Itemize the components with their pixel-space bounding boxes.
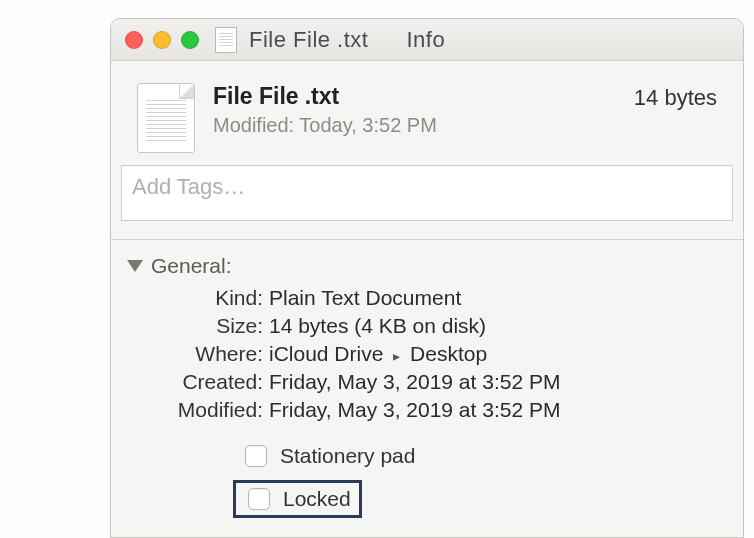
size-value: 14 bytes (4 KB on disk) xyxy=(269,314,717,338)
kind-label: Kind: xyxy=(117,286,263,310)
where-value: iCloud Drive ▸ Desktop xyxy=(269,342,717,366)
info-window: File File .txt Info File File .txt Modif… xyxy=(110,18,744,538)
stationery-label: Stationery pad xyxy=(280,444,415,468)
where-label: Where: xyxy=(117,342,263,366)
file-size: 14 bytes xyxy=(634,83,717,111)
document-icon xyxy=(137,83,195,153)
zoom-icon[interactable] xyxy=(181,31,199,49)
tags-input[interactable] xyxy=(121,165,733,221)
close-icon[interactable] xyxy=(125,31,143,49)
titlebar: File File .txt Info xyxy=(111,19,743,61)
title-filename: File File .txt xyxy=(249,27,368,53)
checkbox-group: Stationery pad Locked xyxy=(111,434,743,534)
section-general[interactable]: General: xyxy=(111,248,743,284)
stationery-row[interactable]: Stationery pad xyxy=(233,438,423,474)
filename-base: File File xyxy=(213,83,299,110)
created-label: Created: xyxy=(117,370,263,394)
file-summary: File File .txt Modified: Today, 3:52 PM … xyxy=(111,61,743,165)
modified-label: Modified: xyxy=(213,114,294,136)
kind-value: Plain Text Document xyxy=(269,286,717,310)
minimize-icon[interactable] xyxy=(153,31,171,49)
modified-value: Today, 3:52 PM xyxy=(299,114,436,136)
general-details: Kind: Plain Text Document Size: 14 bytes… xyxy=(111,284,743,434)
modified-label-2: Modified: xyxy=(117,398,263,422)
window-title: File File .txt Info xyxy=(249,27,445,53)
modified-value-2: Friday, May 3, 2019 at 3:52 PM xyxy=(269,398,717,422)
filename: File File .txt xyxy=(213,83,634,110)
file-icon xyxy=(215,27,237,53)
divider xyxy=(111,239,743,240)
locked-row[interactable]: Locked xyxy=(233,480,362,518)
created-value: Friday, May 3, 2019 at 3:52 PM xyxy=(269,370,717,394)
path-separator-icon: ▸ xyxy=(389,348,404,364)
where-part-2: Desktop xyxy=(410,342,487,365)
where-part-1: iCloud Drive xyxy=(269,342,383,365)
size-label: Size: xyxy=(117,314,263,338)
traffic-lights xyxy=(125,31,199,49)
locked-checkbox[interactable] xyxy=(248,488,270,510)
locked-label: Locked xyxy=(283,487,351,511)
filename-ext: .txt xyxy=(305,83,340,110)
title-suffix: Info xyxy=(406,27,445,53)
section-label: General: xyxy=(151,254,232,278)
stationery-checkbox[interactable] xyxy=(245,445,267,467)
disclosure-triangle-icon[interactable] xyxy=(127,260,143,272)
